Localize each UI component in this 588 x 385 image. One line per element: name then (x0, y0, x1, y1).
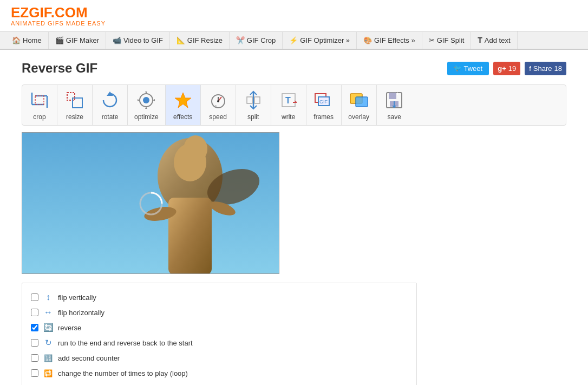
run-reverse-checkbox[interactable] (31, 339, 38, 347)
optimize-tool-icon (135, 89, 157, 111)
svg-point-37 (184, 135, 207, 162)
crop-tool-icon (29, 89, 50, 111)
effects-nav-icon: 🎨 (363, 36, 372, 44)
add-counter-checkbox[interactable] (31, 354, 38, 362)
nav-add-text[interactable]: T Add text (471, 31, 517, 49)
write-label: write (282, 113, 295, 121)
counter-icon: 🔢 (43, 353, 54, 363)
optimizer-icon: ⚡ (289, 36, 298, 44)
nav-gif-split[interactable]: ✂ GIF Split (422, 32, 472, 49)
svg-point-10 (143, 97, 149, 103)
resize-nav-icon: 📐 (177, 36, 185, 44)
crop-nav-icon: ✂️ (236, 36, 245, 44)
run-reverse-label[interactable]: run to the end and reverse back to the s… (58, 339, 193, 347)
tool-optimize[interactable]: optimize (128, 85, 166, 125)
svg-rect-18 (247, 97, 252, 103)
svg-rect-30 (389, 93, 396, 99)
rotate-tool-icon (99, 89, 121, 111)
svg-rect-4 (35, 96, 44, 105)
fb-icon: f (529, 64, 531, 73)
gplus-button[interactable]: g+ 19 (493, 62, 520, 75)
speed-tool-icon: s (207, 89, 229, 111)
gplus-icon: g+ (498, 64, 506, 73)
nav-gif-resize[interactable]: 📐 GIF Resize (170, 32, 230, 49)
resize-label: resize (66, 113, 83, 121)
statue-svg (22, 133, 279, 273)
page-title: Reverse GIF (22, 61, 97, 76)
option-reverse: 🔄 reverse (31, 320, 408, 335)
crop-label: crop (33, 113, 45, 121)
frames-tool-icon: GIF (313, 89, 335, 111)
flip-h-icon: ↔ (43, 307, 54, 318)
svg-point-15 (217, 100, 219, 102)
nav-gif-crop[interactable]: ✂️ GIF Crop (230, 32, 283, 49)
loop-label[interactable]: change the number of times to play (loop… (58, 369, 188, 377)
tweet-button[interactable]: 🐦 Tweet (447, 62, 489, 75)
option-loop: 🔁 change the number of times to play (lo… (31, 366, 408, 381)
overlay-tool-icon (348, 89, 370, 111)
tool-resize[interactable]: resize (57, 85, 93, 125)
loop-checkbox[interactable] (31, 369, 38, 377)
tool-overlay[interactable]: overlay (342, 85, 377, 125)
reverse-label[interactable]: reverse (58, 324, 81, 332)
nav-home[interactable]: 🏠 Home (5, 32, 49, 49)
loop-icon: 🔁 (43, 368, 54, 379)
facebook-button[interactable]: f Share 18 (525, 62, 566, 75)
speed-label: speed (209, 113, 227, 121)
reverse-checkbox[interactable] (31, 324, 38, 331)
text-nav-icon: T (478, 36, 482, 44)
flip-v-icon: ↕ (43, 292, 54, 303)
twitter-icon: 🐦 (454, 64, 462, 72)
tool-split[interactable]: split (236, 85, 271, 125)
title-row: Reverse GIF 🐦 Tweet g+ 19 f Share 18 (22, 61, 566, 76)
run-reverse-icon: ↻ (43, 337, 54, 348)
options-panel: ↕ flip vertically ↔ flip horizontally 🔄 … (22, 283, 417, 385)
frames-label: frames (313, 113, 334, 121)
flip-h-checkbox[interactable] (31, 309, 38, 316)
tool-save[interactable]: save (377, 85, 412, 125)
svg-rect-6 (73, 98, 82, 108)
nav-gif-maker[interactable]: 🎬 GIF Maker (49, 32, 106, 49)
save-tool-icon (383, 89, 405, 111)
option-add-counter: 🔢 add second counter (31, 350, 408, 366)
effects-tool-icon (172, 89, 194, 111)
svg-marker-11 (175, 93, 191, 108)
svg-text:T: T (285, 96, 291, 105)
add-counter-label[interactable]: add second counter (58, 354, 120, 362)
nav-gif-optimizer[interactable]: ⚡ GIF Optimizer » (283, 32, 357, 49)
tool-frames[interactable]: GIF frames (306, 85, 342, 125)
logo-text: EZGIF.COM (11, 5, 577, 19)
split-label: split (247, 113, 259, 121)
tool-effects[interactable]: effects (166, 85, 201, 125)
svg-text:s: s (215, 104, 217, 107)
svg-rect-5 (67, 93, 75, 100)
flip-v-label[interactable]: flip vertically (58, 293, 96, 302)
option-flip-horizontally: ↔ flip horizontally (31, 305, 408, 320)
svg-rect-28 (356, 97, 368, 107)
effects-label: effects (173, 113, 192, 121)
gif-maker-icon: 🎬 (55, 36, 64, 44)
header: EZGIF.COM ANIMATED GIFS MADE EASY (0, 0, 588, 31)
main-nav: 🏠 Home 🎬 GIF Maker 📹 Video to GIF 📐 GIF … (0, 31, 588, 50)
tool-speed[interactable]: s speed (201, 85, 236, 125)
option-flip-vertically: ↕ flip vertically (31, 290, 408, 305)
split-tool-icon (243, 89, 264, 111)
nav-video-to-gif[interactable]: 📹 Video to GIF (106, 32, 170, 49)
video-icon: 📹 (113, 36, 121, 44)
nav-gif-effects[interactable]: 🎨 GIF Effects » (357, 32, 422, 49)
tools-toolbar: crop resize rotate optimiz (22, 84, 566, 126)
tool-write[interactable]: T write (271, 85, 306, 125)
write-tool-icon: T (278, 89, 299, 111)
split-nav-icon: ✂ (429, 36, 435, 44)
reverse-icon: 🔄 (43, 322, 54, 333)
svg-text:GIF: GIF (319, 99, 328, 105)
gif-preview (22, 132, 279, 274)
flip-v-checkbox[interactable] (31, 293, 38, 301)
tool-crop[interactable]: crop (22, 85, 57, 125)
flip-h-label[interactable]: flip horizontally (58, 309, 104, 317)
save-label: save (388, 113, 401, 121)
tool-rotate[interactable]: rotate (93, 85, 128, 125)
svg-rect-34 (22, 133, 279, 273)
option-run-reverse: ↻ run to the end and reverse back to the… (31, 335, 408, 350)
statue-background (22, 133, 279, 273)
